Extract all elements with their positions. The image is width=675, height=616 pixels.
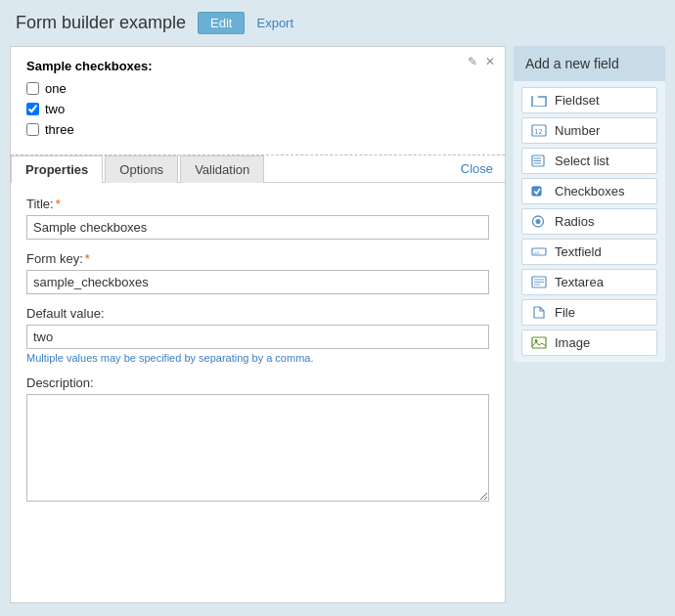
default-input[interactable] <box>26 325 489 349</box>
form-group-title: Title:* <box>26 197 489 240</box>
checkbox-two[interactable] <box>26 103 39 115</box>
sidebar-item-checkboxes[interactable]: Checkboxes <box>521 178 657 204</box>
svg-text:12: 12 <box>534 128 542 136</box>
formkey-input[interactable] <box>26 270 489 294</box>
default-label: Default value: <box>26 306 489 321</box>
fieldset-icon <box>530 94 548 108</box>
select-list-icon <box>530 154 548 168</box>
sidebar-item-select-list[interactable]: Select list <box>521 148 657 174</box>
checkbox-three[interactable] <box>26 123 39 136</box>
checkboxes-icon <box>530 185 548 198</box>
textarea-icon <box>530 276 548 289</box>
checkbox-one[interactable] <box>26 82 39 95</box>
sidebar-item-image-label: Image <box>555 335 590 350</box>
svg-point-10 <box>536 219 541 224</box>
sidebar-item-fieldset[interactable]: Fieldset <box>521 87 657 113</box>
form-group-description: Description: <box>26 375 489 505</box>
sidebar-items: Fieldset 12 Number Select list Checkboxe… <box>514 81 665 362</box>
sidebar-item-textarea[interactable]: Textarea <box>521 269 657 295</box>
widget-edit-button[interactable]: ✎ <box>466 55 479 68</box>
widget-title: Sample checkboxes: <box>26 59 489 73</box>
formkey-required-star: * <box>85 251 90 266</box>
sidebar-item-textfield-label: Textfield <box>555 244 602 259</box>
tab-close-button[interactable]: Close <box>461 161 493 176</box>
tab-options[interactable]: Options <box>105 155 178 183</box>
sidebar-item-fieldset-label: Fieldset <box>555 93 600 108</box>
page-title: Form builder example <box>16 13 186 33</box>
tab-properties[interactable]: Properties <box>11 155 103 183</box>
sidebar-item-textfield[interactable]: ab Textfield <box>521 239 657 265</box>
form-group-default: Default value: Multiple values may be sp… <box>26 306 489 364</box>
svg-rect-17 <box>532 337 546 348</box>
widget-close-button[interactable]: ✕ <box>483 55 497 68</box>
tab-content-properties: Title:* Form key:* Default value: Multip… <box>11 183 505 530</box>
widget-area: ✎ ✕ Sample checkboxes: one two three <box>11 47 505 155</box>
sidebar-item-number-label: Number <box>555 123 600 138</box>
sidebar-item-checkboxes-label: Checkboxes <box>555 184 625 198</box>
right-sidebar: Add a new field Fieldset 12 Number Selec… <box>514 46 665 603</box>
svg-text:ab: ab <box>534 250 540 255</box>
textfield-icon: ab <box>530 245 548 259</box>
checkbox-item-three: three <box>26 122 489 137</box>
sidebar-item-radios[interactable]: Radios <box>521 208 657 235</box>
number-icon: 12 <box>530 124 548 138</box>
sidebar-item-image[interactable]: Image <box>521 330 657 356</box>
properties-panel: Properties Options Validation Close Titl… <box>11 155 505 530</box>
title-input[interactable] <box>26 215 489 240</box>
form-group-formkey: Form key:* <box>26 251 489 294</box>
widget-actions: ✎ ✕ <box>466 55 497 68</box>
sidebar-item-number[interactable]: 12 Number <box>521 117 657 144</box>
image-icon <box>530 336 548 350</box>
checkbox-label-two: two <box>45 102 65 116</box>
title-label: Title:* <box>26 197 489 211</box>
sidebar-item-textarea-label: Textarea <box>555 275 604 289</box>
checkbox-item-one: one <box>26 81 489 96</box>
edit-button[interactable]: Edit <box>198 12 245 34</box>
description-textarea[interactable] <box>26 394 489 502</box>
svg-rect-1 <box>533 95 538 98</box>
sidebar-item-select-list-label: Select list <box>555 154 609 168</box>
radios-icon <box>530 215 548 229</box>
checkbox-item-two: two <box>26 102 489 116</box>
description-label: Description: <box>26 375 489 390</box>
checkbox-label-one: one <box>45 81 67 96</box>
checkbox-label-three: three <box>45 122 74 137</box>
default-hint: Multiple values may be specified by sepa… <box>26 352 489 364</box>
sidebar-item-radios-label: Radios <box>555 214 594 229</box>
top-header: Form builder example Edit Export <box>0 0 675 46</box>
sidebar-item-file[interactable]: File <box>521 299 657 326</box>
title-required-star: * <box>56 197 61 211</box>
formkey-label: Form key:* <box>26 251 489 266</box>
tab-validation[interactable]: Validation <box>180 155 264 183</box>
export-button[interactable]: Export <box>256 16 293 30</box>
main-layout: ✎ ✕ Sample checkboxes: one two three Pro… <box>0 46 675 613</box>
file-icon <box>530 306 548 320</box>
tabs-header: Properties Options Validation Close <box>11 155 505 183</box>
left-panel: ✎ ✕ Sample checkboxes: one two three Pro… <box>10 46 506 603</box>
sidebar-title: Add a new field <box>514 46 665 81</box>
sidebar-item-file-label: File <box>555 305 575 320</box>
svg-rect-0 <box>532 97 546 107</box>
